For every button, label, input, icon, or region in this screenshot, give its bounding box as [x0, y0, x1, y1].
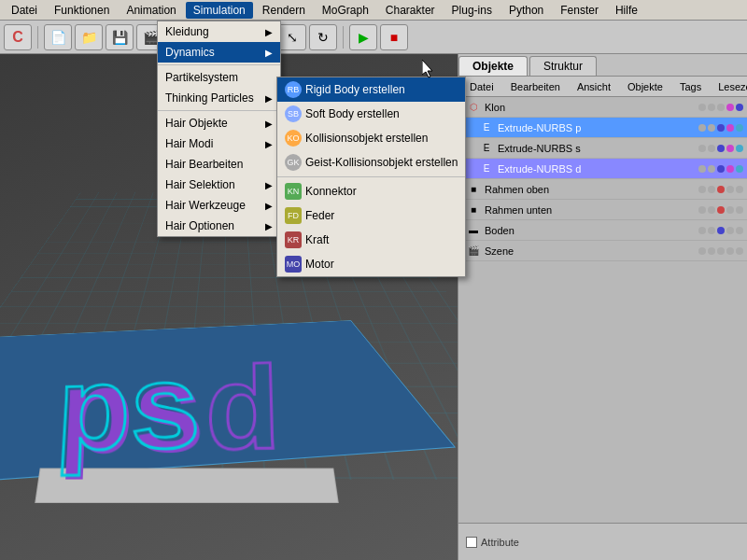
dd-dyn-kraft[interactable]: KR Kraft [277, 228, 465, 252]
obj-dot-0[interactable] [698, 247, 706, 255]
dd-dyn-rigid-body[interactable]: RB Rigid Body erstellen [277, 77, 465, 102]
obj-dot-4[interactable] [736, 227, 743, 234]
dd-sim-hair-optionen-label: Hair Optionen [165, 219, 234, 232]
toolbar-play[interactable]: ▶ [349, 24, 377, 50]
obj-dot-0[interactable] [698, 165, 706, 173]
dd-dyn-konnektor[interactable]: KN Konnektor [277, 179, 465, 203]
object-row-extrude-nurbs-d[interactable]: EExtrude-NURBS d [458, 159, 747, 179]
menu-plug-ins[interactable]: Plug-ins [444, 2, 500, 19]
menu-datei[interactable]: Datei [4, 2, 45, 19]
obj-dot-0[interactable] [698, 206, 706, 214]
obj-dot-2[interactable] [717, 206, 725, 214]
dd-sim-hair-optionen[interactable]: Hair Optionen ▶ [158, 216, 280, 236]
dd-sim-hair-modi[interactable]: Hair Modi ▶ [158, 133, 280, 154]
toolbar-new[interactable]: 📄 [44, 24, 72, 50]
dd-dyn-kollision[interactable]: KO Kollisionsobjekt erstellen [277, 126, 465, 150]
dd-sim-kleidung[interactable]: Kleidung ▶ [158, 21, 280, 42]
menu-mograph[interactable]: MoGraph [315, 2, 376, 19]
object-row-extrude-nurbs-p[interactable]: EExtrude-NURBS p [458, 118, 747, 138]
panel-sub-tags[interactable]: Tags [672, 79, 709, 94]
obj-dot-2[interactable] [717, 165, 725, 173]
attr-checkbox[interactable] [466, 537, 477, 548]
obj-dot-1[interactable] [708, 206, 715, 214]
panel-sub-lesezeichen[interactable]: Lesezeichen [711, 79, 747, 94]
panel-sub-bearbeiten[interactable]: Bearbeiten [503, 79, 568, 94]
toolbar-logo[interactable]: C [4, 24, 32, 50]
obj-dot-3[interactable] [726, 145, 734, 152]
obj-dot-2[interactable] [717, 124, 725, 132]
dd-sim-hair-bearbeiten[interactable]: Hair Bearbeiten [158, 154, 280, 175]
obj-dot-1[interactable] [708, 104, 715, 111]
dd-sim-hair-objekte[interactable]: Hair Objekte ▶ [158, 113, 280, 133]
obj-dot-1[interactable] [708, 247, 715, 255]
dd-sim-dynamics[interactable]: Dynamics ▶ [158, 42, 280, 63]
obj-dot-4[interactable] [736, 247, 743, 255]
obj-dot-3[interactable] [726, 165, 734, 173]
dd-dyn-geist[interactable]: GK Geist-Kollisionsobjekt erstellen [277, 150, 465, 175]
obj-dot-2[interactable] [717, 104, 725, 111]
menu-fenster[interactable]: Fenster [553, 2, 606, 19]
dd-dyn-motor[interactable]: MO Motor [277, 252, 465, 276]
obj-dot-3[interactable] [726, 124, 734, 132]
object-row-klon[interactable]: ⬡Klon [458, 97, 747, 118]
panel-tabs: Objekte Struktur [458, 54, 747, 77]
obj-dot-1[interactable] [708, 186, 715, 193]
obj-dot-1[interactable] [708, 145, 715, 152]
obj-dot-2[interactable] [717, 186, 725, 193]
toolbar-open[interactable]: 📁 [75, 24, 103, 50]
tab-objekte[interactable]: Objekte [458, 56, 528, 76]
obj-dot-2[interactable] [717, 145, 725, 152]
menu-charakter[interactable]: Charakter [378, 2, 443, 19]
dd-dyn-feder[interactable]: FD Feder [277, 203, 465, 228]
obj-dot-4[interactable] [736, 206, 743, 214]
obj-dot-4[interactable] [736, 165, 743, 173]
toolbar-stop[interactable]: ■ [380, 24, 408, 50]
dd-sim-thinking-particles-label: Thinking Particles [165, 91, 254, 105]
object-row-rahmen-oben[interactable]: ■Rahmen oben [458, 179, 747, 200]
object-row-boden[interactable]: ▬Boden [458, 220, 747, 241]
obj-dot-3[interactable] [726, 104, 734, 111]
obj-dot-3[interactable] [726, 206, 734, 214]
obj-dot-4[interactable] [736, 186, 743, 193]
toolbar-rotate[interactable]: ↻ [309, 24, 337, 50]
dd-sim-partikelsystem[interactable]: Partikelsystem [158, 67, 280, 88]
panel-sub-ansicht[interactable]: Ansicht [570, 79, 618, 94]
menu-funktionen[interactable]: Funktionen [47, 2, 117, 19]
obj-dot-0[interactable] [698, 104, 706, 111]
menu-animation[interactable]: Animation [119, 2, 183, 19]
object-row-rahmen-unten[interactable]: ■Rahmen unten [458, 200, 747, 220]
obj-dot-1[interactable] [708, 227, 715, 234]
obj-dot-2[interactable] [717, 247, 725, 255]
obj-dot-1[interactable] [708, 165, 715, 173]
toolbar-save[interactable]: 💾 [106, 24, 134, 50]
obj-dot-0[interactable] [698, 124, 706, 132]
obj-dot-0[interactable] [698, 186, 706, 193]
obj-dot-0[interactable] [698, 227, 706, 234]
dd-sim-thinking-particles[interactable]: Thinking Particles ▶ [158, 88, 280, 108]
tab-struktur[interactable]: Struktur [529, 56, 597, 76]
obj-dot-4[interactable] [736, 124, 743, 132]
obj-dot-4[interactable] [736, 145, 743, 152]
panel-sub-datei[interactable]: Datei [462, 79, 501, 94]
menu-simulation[interactable]: Simulation [186, 2, 253, 19]
dd-sim-hair-werkzeuge[interactable]: Hair Werkzeuge ▶ [158, 195, 280, 216]
dd-dyn-motor-label: Motor [305, 258, 334, 271]
obj-dot-4[interactable] [736, 104, 743, 111]
menu-rendern[interactable]: Rendern [255, 2, 313, 19]
object-row-extrude-nurbs-s[interactable]: EExtrude-NURBS s [458, 138, 747, 159]
obj-name-extrude-nurbs-s: Extrude-NURBS s [498, 143, 695, 154]
obj-dot-0[interactable] [698, 145, 706, 152]
obj-dot-3[interactable] [726, 186, 734, 193]
panel-sub-objekte[interactable]: Objekte [620, 79, 670, 94]
menu-python[interactable]: Python [501, 2, 551, 19]
object-row-szene[interactable]: 🎬Szene [458, 241, 747, 261]
obj-dot-3[interactable] [726, 227, 734, 234]
dd-sim-hair-selektion[interactable]: Hair Selektion ▶ [158, 175, 280, 195]
obj-dots-rahmen-oben [698, 186, 743, 193]
obj-dot-1[interactable] [708, 124, 715, 132]
menu-hilfe[interactable]: Hilfe [608, 2, 645, 19]
toolbar-scale[interactable]: ⤡ [278, 24, 306, 50]
obj-dot-2[interactable] [717, 227, 725, 234]
obj-dot-3[interactable] [726, 247, 734, 255]
dd-dyn-soft-body[interactable]: SB Soft Body erstellen [277, 102, 465, 126]
